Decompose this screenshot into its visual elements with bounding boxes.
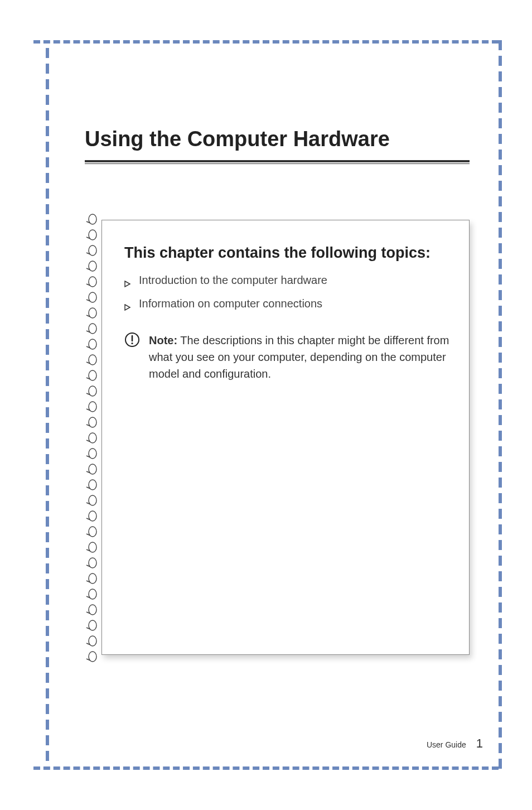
note-block: Note: The descriptions in this chapter m… xyxy=(124,332,451,382)
spiral-ring-icon xyxy=(85,212,98,226)
spiral-ring-icon xyxy=(85,368,98,383)
note-label: Note: xyxy=(149,334,177,346)
spiral-ring-icon xyxy=(85,571,98,586)
spiral-ring-icon xyxy=(85,415,98,430)
page-content: Using the Computer Hardware xyxy=(51,49,492,761)
spiral-ring-icon xyxy=(85,540,98,555)
spiral-ring-icon xyxy=(85,602,98,617)
attention-icon xyxy=(124,332,140,382)
spiral-ring-icon xyxy=(85,587,98,601)
spiral-ring-icon xyxy=(85,556,98,570)
title-rule xyxy=(85,160,470,162)
spiral-ring-icon xyxy=(85,274,98,289)
spiral-ring-icon xyxy=(85,431,98,445)
bullet-arrow-icon xyxy=(124,298,131,315)
card-heading: This chapter contains the following topi… xyxy=(124,243,451,263)
spiral-ring-icon xyxy=(85,478,98,492)
spiral-ring-icon xyxy=(85,290,98,305)
spiral-ring-icon xyxy=(85,509,98,523)
spiral-ring-icon xyxy=(85,634,98,648)
spiral-binding xyxy=(85,212,98,664)
spiral-ring-icon xyxy=(85,306,98,320)
spiral-ring-icon xyxy=(85,228,98,242)
svg-point-60 xyxy=(131,343,133,344)
list-item: Information on computer connections xyxy=(124,295,451,315)
spiral-ring-icon xyxy=(85,462,98,476)
spiral-ring-icon xyxy=(85,618,98,633)
list-item-label: Information on computer connections xyxy=(139,295,322,312)
page-inner-left-border xyxy=(46,48,49,762)
list-item: Introduction to the computer hardware xyxy=(124,272,451,292)
spiral-ring-icon xyxy=(85,243,98,258)
page-number: 1 xyxy=(476,736,483,751)
list-item-label: Introduction to the computer hardware xyxy=(139,272,327,288)
spiral-ring-icon xyxy=(85,493,98,508)
note-text: Note: The descriptions in this chapter m… xyxy=(149,332,451,382)
spiral-ring-icon xyxy=(85,384,98,398)
spiral-card: This chapter contains the following topi… xyxy=(101,220,470,655)
footer: User Guide 1 xyxy=(427,736,483,751)
bullet-arrow-icon xyxy=(124,275,131,292)
spiral-ring-icon xyxy=(85,321,98,336)
spiral-ring-icon xyxy=(85,446,98,461)
chapter-title: Using the Computer Hardware xyxy=(85,127,470,151)
spiral-ring-icon xyxy=(85,399,98,414)
spiral-ring-icon xyxy=(85,524,98,539)
topic-list: Introduction to the computer hardware In… xyxy=(124,272,451,315)
note-body: The descriptions in this chapter might b… xyxy=(149,334,449,380)
chapter-topics-card: This chapter contains the following topi… xyxy=(101,220,470,655)
title-rule-thin xyxy=(85,163,470,164)
spiral-ring-icon xyxy=(85,649,98,664)
footer-label: User Guide xyxy=(427,740,466,749)
spiral-ring-icon xyxy=(85,353,98,367)
spiral-ring-icon xyxy=(85,259,98,273)
spiral-ring-icon xyxy=(85,337,98,351)
